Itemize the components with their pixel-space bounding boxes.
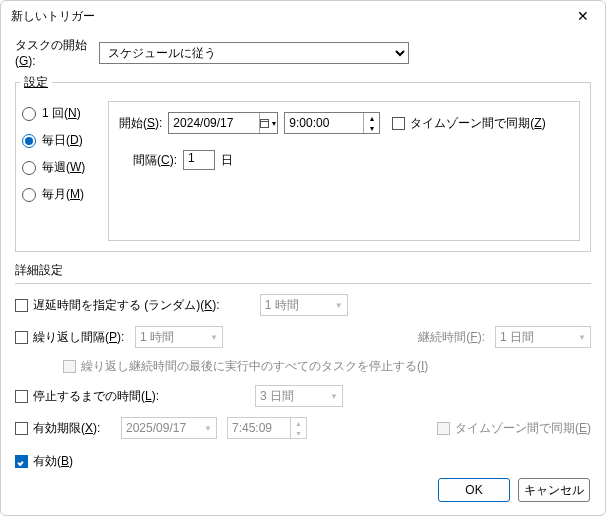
checkbox-icon — [437, 422, 450, 435]
spin-up-icon[interactable]: ▲ — [291, 418, 306, 428]
chevron-down-icon: ▼ — [204, 424, 212, 433]
repeat-checkbox[interactable]: 繰り返し間隔(P): — [15, 329, 124, 346]
advanced-title: 詳細設定 — [15, 262, 591, 283]
repeat-select[interactable]: 1 時間 ▼ — [135, 326, 223, 348]
start-date-field[interactable]: 2024/09/17 ▼ — [168, 112, 278, 134]
ok-button[interactable]: OK — [438, 478, 510, 502]
begin-task-label: タスクの開始(G): — [15, 37, 99, 68]
calendar-icon — [260, 119, 269, 128]
chevron-down-icon: ▼ — [270, 120, 277, 127]
stop-all-checkbox: 繰り返し継続時間の最後に実行中のすべてのタスクを停止する(I) — [63, 358, 428, 375]
separator — [15, 283, 591, 284]
start-label: 開始(S): — [119, 115, 162, 132]
schedule-panel: 開始(S): 2024/09/17 ▼ 9:00:00 ▲ ▼ — [108, 101, 580, 241]
settings-group: 設定 1 回(N) 毎日(D) 毎週(W) 毎月(M) — [15, 74, 591, 252]
radio-weekly[interactable]: 毎週(W) — [22, 159, 108, 176]
enabled-checkbox[interactable]: 有効(B) — [15, 453, 73, 470]
expire-checkbox[interactable]: 有効期限(X): — [15, 420, 100, 437]
duration-label: 継続時間(F): — [418, 329, 485, 346]
radio-icon — [22, 188, 36, 202]
chevron-down-icon: ▼ — [335, 301, 343, 310]
close-button[interactable]: ✕ — [569, 5, 597, 27]
interval-label: 間隔(C): — [133, 152, 177, 169]
calendar-button[interactable]: ▼ — [259, 113, 277, 133]
checkbox-icon — [15, 422, 28, 435]
radio-monthly[interactable]: 毎月(M) — [22, 186, 108, 203]
spin-up-icon[interactable]: ▲ — [364, 113, 379, 123]
radio-icon — [22, 134, 36, 148]
stop-after-checkbox[interactable]: 停止するまでの時間(L): — [15, 388, 159, 405]
close-icon: ✕ — [577, 8, 589, 24]
start-time-field[interactable]: 9:00:00 ▲ ▼ — [284, 112, 380, 134]
expire-time-field[interactable]: 7:45:09 ▲ ▼ — [227, 417, 307, 439]
settings-legend: 設定 — [20, 74, 52, 91]
checkbox-icon — [15, 331, 28, 344]
expire-tz-checkbox: タイムゾーン間で同期(E) — [437, 420, 591, 437]
radio-daily[interactable]: 毎日(D) — [22, 132, 108, 149]
radio-once[interactable]: 1 回(N) — [22, 105, 108, 122]
interval-unit: 日 — [221, 152, 233, 169]
expire-date-field[interactable]: 2025/09/17 ▼ — [121, 417, 217, 439]
delay-checkbox[interactable]: 遅延時間を指定する (ランダム)(K): — [15, 297, 220, 314]
duration-select[interactable]: 1 日間 ▼ — [495, 326, 591, 348]
dialog-title: 新しいトリガー — [11, 8, 95, 25]
stop-after-select[interactable]: 3 日間 ▼ — [255, 385, 343, 407]
chevron-down-icon: ▼ — [330, 392, 338, 401]
chevron-down-icon: ▼ — [578, 333, 586, 342]
radio-icon — [22, 107, 36, 121]
radio-icon — [22, 161, 36, 175]
begin-task-select[interactable]: スケジュールに従う — [99, 42, 409, 64]
checkbox-icon — [15, 455, 28, 468]
checkbox-icon — [63, 360, 76, 373]
interval-input[interactable]: 1 — [183, 150, 215, 170]
checkbox-icon — [15, 390, 28, 403]
cancel-button[interactable]: キャンセル — [518, 478, 590, 502]
spin-down-icon[interactable]: ▼ — [291, 428, 306, 438]
checkbox-icon — [15, 299, 28, 312]
spin-down-icon[interactable]: ▼ — [364, 123, 379, 133]
time-spinner[interactable]: ▲ ▼ — [363, 113, 379, 133]
tz-sync-checkbox[interactable]: タイムゾーン間で同期(Z) — [392, 115, 545, 132]
checkbox-icon — [392, 117, 405, 130]
delay-select[interactable]: 1 時間 ▼ — [260, 294, 348, 316]
chevron-down-icon: ▼ — [210, 333, 218, 342]
